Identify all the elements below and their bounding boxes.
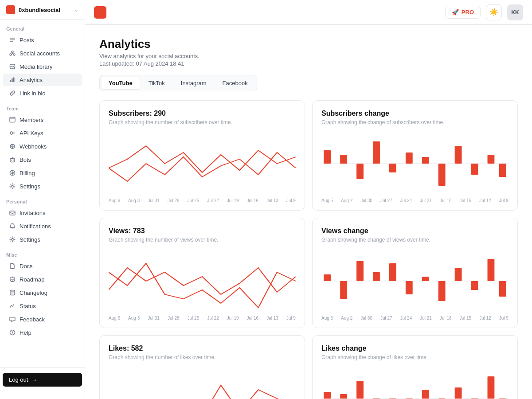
svg-rect-5 [12, 78, 13, 82]
svg-rect-50 [356, 381, 364, 399]
avatar[interactable]: KK [507, 4, 523, 20]
pro-button[interactable]: 🚀 PRO [445, 6, 481, 19]
api-icon [9, 129, 16, 137]
card-views-change-title: Views change [321, 227, 509, 235]
card-views-change-desc: Graph showing the change of views over t… [321, 237, 509, 243]
sidebar-item-docs[interactable]: Docs [3, 260, 82, 272]
svg-rect-25 [373, 141, 380, 164]
sidebar-item-settings-team[interactable]: Settings [3, 180, 82, 192]
svg-rect-38 [373, 272, 380, 281]
svg-rect-48 [324, 392, 331, 399]
chart-subscribers [109, 133, 296, 195]
svg-rect-40 [406, 281, 413, 294]
invitations-icon [9, 209, 16, 216]
sidebar-item-media-library[interactable]: Media library [3, 60, 82, 73]
svg-rect-35 [324, 274, 331, 281]
sidebar-item-notifications[interactable]: Notifications [3, 220, 82, 232]
bots-icon [9, 156, 16, 163]
svg-point-11 [11, 160, 12, 160]
svg-rect-24 [356, 164, 364, 179]
sidebar-item-settings-personal-label: Settings [20, 236, 40, 243]
analytics-cards: Subscribers: 290 Graph showing the numbe… [99, 100, 518, 399]
sidebar-item-status-label: Status [20, 303, 36, 309]
svg-rect-45 [488, 259, 495, 281]
roadmap-icon [9, 276, 16, 283]
tab-tiktok[interactable]: TikTok [141, 77, 172, 89]
card-likes-change-title: Likes change [321, 344, 509, 352]
svg-rect-10 [10, 159, 15, 162]
svg-rect-6 [13, 78, 15, 82]
sidebar-item-webhooks[interactable]: Webhooks [3, 140, 82, 153]
sidebar-item-feedback-label: Feedback [20, 316, 45, 323]
sidebar-item-bots[interactable]: Bots [3, 153, 82, 166]
rocket-icon: 🚀 [452, 9, 459, 16]
sidebar-item-roadmap-label: Roadmap [20, 276, 44, 283]
sidebar-item-settings-personal[interactable]: Settings [3, 233, 82, 246]
status-icon [9, 302, 16, 309]
settings-personal-icon [9, 236, 16, 243]
sidebar-item-docs-label: Docs [20, 263, 33, 270]
svg-point-0 [12, 51, 13, 53]
sidebar-item-posts[interactable]: Posts [3, 34, 82, 46]
sidebar-item-webhooks-label: Webhooks [20, 143, 47, 150]
page-subtitle: View analytics for your social accounts. [99, 53, 518, 59]
chart-likes-change [321, 368, 509, 399]
svg-rect-49 [340, 394, 347, 399]
workspace-selector[interactable]: 0xbundlesocial ⌄ [0, 0, 85, 20]
sidebar-item-billing-label: Billing [20, 170, 35, 176]
card-views: Views: 783 Graph showing the number of v… [99, 218, 305, 328]
sidebar-item-billing[interactable]: Billing [3, 167, 82, 179]
sidebar-item-roadmap[interactable]: Roadmap [3, 273, 82, 286]
card-subscribers-title: Subscribers: 290 [109, 110, 296, 117]
sidebar-item-settings-team-label: Settings [20, 183, 40, 190]
sidebar-item-status[interactable]: Status [3, 300, 82, 312]
chart-views [109, 250, 296, 312]
svg-rect-56 [455, 387, 462, 399]
svg-rect-39 [389, 263, 396, 281]
social-icon [9, 50, 16, 57]
svg-rect-58 [488, 376, 495, 399]
personal-section-label: Personal [0, 193, 85, 206]
sidebar: 0xbundlesocial ⌄ General Posts Social ac… [0, 0, 85, 399]
svg-rect-46 [499, 281, 506, 297]
chart-likes [109, 368, 296, 399]
svg-rect-36 [340, 281, 347, 299]
logout-button[interactable]: Log out → [3, 373, 82, 387]
members-icon [9, 116, 16, 123]
tab-youtube[interactable]: YouTube [102, 77, 140, 89]
sidebar-item-api-keys[interactable]: API Keys [3, 127, 82, 139]
sidebar-item-bots-label: Bots [20, 156, 31, 163]
sidebar-item-social-accounts[interactable]: Social accounts [3, 47, 82, 59]
sidebar-item-link-in-bio[interactable]: Link in bio [3, 87, 82, 99]
svg-rect-30 [455, 146, 462, 164]
card-subscribers-change-title: Subscribers change [321, 110, 509, 117]
sidebar-item-changelog[interactable]: Changelog [3, 286, 82, 299]
sidebar-item-help[interactable]: Help [3, 326, 82, 339]
topbar-logo [94, 6, 106, 19]
sidebar-item-feedback[interactable]: Feedback [3, 313, 82, 325]
tab-facebook[interactable]: Facebook [215, 77, 255, 89]
tab-instagram[interactable]: Instagram [174, 77, 214, 89]
analytics-icon [9, 76, 16, 83]
svg-rect-33 [499, 164, 506, 177]
sidebar-item-social-label: Social accounts [20, 50, 60, 57]
svg-point-14 [12, 185, 13, 187]
theme-toggle[interactable]: ☀️ [486, 4, 502, 20]
chart-subscribers-change [321, 133, 509, 195]
chart-views-change [321, 250, 509, 312]
chart-views-labels: Aug 6 Aug 3 Jul 31 Jul 28 Jul 25 Jul 22 … [109, 316, 296, 321]
sidebar-item-invitations[interactable]: Invitations [3, 207, 82, 219]
card-subscribers-desc: Graph showing the number of subscribers … [109, 119, 296, 125]
team-section-label: Team [0, 100, 85, 113]
sidebar-item-analytics[interactable]: Analytics [3, 74, 82, 86]
chart-subscribers-change-labels: Aug 5 Aug 2 Jul 30 Jul 27 Jul 24 Jul 21 … [321, 198, 509, 203]
svg-point-20 [12, 334, 13, 335]
svg-rect-44 [471, 281, 478, 290]
logout-label: Log out [9, 376, 28, 383]
svg-rect-32 [488, 155, 495, 164]
svg-rect-4 [10, 80, 11, 82]
sidebar-item-members[interactable]: Members [3, 113, 82, 126]
help-icon [9, 329, 16, 336]
svg-rect-27 [406, 153, 413, 164]
svg-rect-15 [10, 211, 15, 215]
